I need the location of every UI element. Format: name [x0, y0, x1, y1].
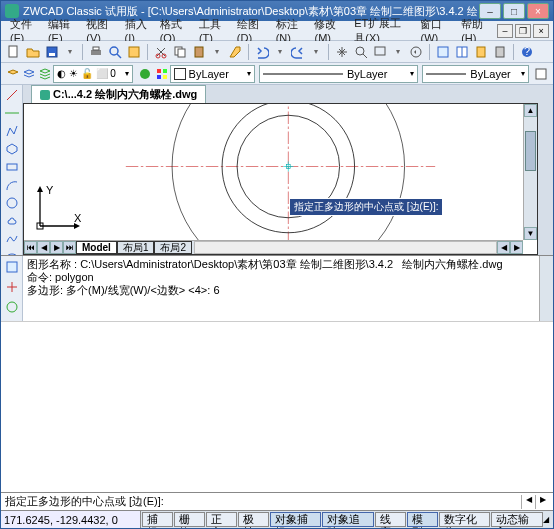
match-icon[interactable] [226, 43, 244, 61]
pline-icon[interactable] [3, 123, 21, 139]
model-toggle[interactable]: 模型 [407, 512, 438, 527]
layer2-icon[interactable] [21, 65, 37, 83]
polygon-icon[interactable] [3, 141, 21, 157]
lineweight-combo[interactable]: ByLayer▾ [422, 65, 529, 83]
cut-icon[interactable] [152, 43, 170, 61]
zoom-win-icon[interactable] [371, 43, 389, 61]
layer-combo[interactable]: ◐ ☀ 🔓 ⬜ 0▾ [53, 65, 133, 83]
arc-icon[interactable] [3, 177, 21, 193]
dynamic-tooltip: 指定正多边形的中心点或 [边(E)]: [289, 198, 443, 216]
layer-prev-icon[interactable] [137, 65, 153, 83]
hscroll-right-icon[interactable]: ▶ [510, 241, 523, 254]
lineweight-label: ByLayer [470, 68, 510, 80]
drawing-svg [24, 104, 537, 254]
dc-icon[interactable] [453, 43, 471, 61]
redo-dropdown[interactable]: ▾ [308, 47, 324, 56]
svg-point-35 [7, 198, 17, 208]
otrack-toggle[interactable]: 对象追踪 [322, 512, 374, 527]
cmd-scrollbar[interactable] [539, 256, 553, 321]
help-icon[interactable]: ? [518, 43, 536, 61]
circle-icon[interactable] [3, 195, 21, 211]
grid-toggle[interactable]: 栅格 [174, 512, 205, 527]
tab-last-icon[interactable]: ⏭ [63, 241, 76, 254]
pan-icon[interactable] [333, 43, 351, 61]
paste-icon[interactable] [190, 43, 208, 61]
close-button[interactable]: × [527, 3, 549, 19]
bycolor-icon[interactable] [533, 65, 549, 83]
scroll-up-icon[interactable]: ▲ [524, 104, 537, 117]
cmd-tool3-icon[interactable] [3, 298, 21, 316]
zoom-rt-icon[interactable] [352, 43, 370, 61]
svg-line-32 [7, 90, 17, 100]
spline-icon[interactable] [3, 231, 21, 247]
redo-icon[interactable] [289, 43, 307, 61]
svg-rect-4 [93, 47, 99, 50]
layer-icon[interactable] [5, 65, 21, 83]
cmd-scroll-left-icon[interactable]: ◀ [521, 495, 535, 509]
cmd-scroll-right-icon[interactable]: ▶ [535, 495, 549, 509]
ortho-toggle[interactable]: 正交 [206, 512, 237, 527]
mdi-close[interactable]: × [533, 24, 549, 38]
tablet-toggle[interactable]: 数字化仪 [439, 512, 491, 527]
line-icon[interactable] [3, 87, 21, 103]
cmd-tool2-icon[interactable] [3, 278, 21, 296]
osnap-toggle[interactable]: 对象捕捉 [270, 512, 322, 527]
paste-dropdown[interactable]: ▾ [209, 47, 225, 56]
svg-point-5 [110, 47, 118, 55]
rectangle-icon[interactable] [3, 159, 21, 175]
hscroll-left-icon[interactable]: ◀ [497, 241, 510, 254]
scroll-down-icon[interactable]: ▼ [524, 227, 537, 240]
preview-icon[interactable] [106, 43, 124, 61]
maximize-button[interactable]: □ [503, 3, 525, 19]
cmd-line3: 多边形: 多个(M)/线宽(W)/<边数> <4>: 6 [27, 284, 220, 296]
properties-bar: ◐ ☀ 🔓 ⬜ 0▾ ByLayer▾ ByLayer▾ ByLayer▾ [1, 63, 553, 85]
undo-dropdown[interactable]: ▾ [272, 47, 288, 56]
open-icon[interactable] [24, 43, 42, 61]
coord-display[interactable]: 171.6245, -129.4432, 0 [1, 511, 141, 528]
snap-toggle[interactable]: 捕捉 [142, 512, 173, 527]
color-icon[interactable] [153, 65, 169, 83]
revcloud-icon[interactable] [3, 213, 21, 229]
doc-tab-active[interactable]: C:\...4.2 绘制内六角螺栓.dwg [31, 85, 206, 103]
xline-icon[interactable] [3, 105, 21, 121]
mdi-restore[interactable]: ❐ [515, 24, 531, 38]
properties-icon[interactable] [434, 43, 452, 61]
mdi-minimize[interactable]: – [497, 24, 513, 38]
command-input[interactable] [168, 496, 521, 508]
save-dropdown[interactable]: ▾ [62, 47, 78, 56]
tab-next-icon[interactable]: ▶ [50, 241, 63, 254]
linetype-combo[interactable]: ByLayer▾ [259, 65, 418, 83]
layout1-tab[interactable]: 布局1 [117, 241, 155, 254]
cmd-tool1-icon[interactable] [3, 258, 21, 276]
doc-tabs: C:\...4.2 绘制内六角螺栓.dwg [23, 85, 553, 103]
polar-toggle[interactable]: 极轴 [238, 512, 269, 527]
tab-first-icon[interactable]: ⏮ [24, 241, 37, 254]
lwt-toggle[interactable]: 线宽 [375, 512, 406, 527]
svg-rect-21 [496, 47, 504, 57]
save-icon[interactable] [43, 43, 61, 61]
new-icon[interactable] [5, 43, 23, 61]
drawing-canvas[interactable]: 指定正多边形的中心点或 [边(E)]: Y X ▲ ▼ ⏮ ◀ ▶ ⏭ [23, 103, 538, 255]
model-tab[interactable]: Model [76, 241, 117, 254]
vertical-scrollbar[interactable]: ▲ ▼ [523, 104, 537, 240]
layer3-icon[interactable] [37, 65, 53, 83]
layout2-tab[interactable]: 布局2 [154, 241, 192, 254]
zoom-prev-icon[interactable] [407, 43, 425, 61]
undo-icon[interactable] [253, 43, 271, 61]
tab-prev-icon[interactable]: ◀ [37, 241, 50, 254]
hscroll-track[interactable] [194, 241, 497, 254]
tool-palette-icon[interactable] [472, 43, 490, 61]
command-input-row: 指定正多边形的中心点或 [边(E)]: ◀ ▶ [1, 492, 553, 510]
calc-icon[interactable] [491, 43, 509, 61]
print-icon[interactable] [87, 43, 105, 61]
dyn-toggle[interactable]: 动态输入 [491, 512, 543, 527]
zoom-dropdown[interactable]: ▾ [390, 47, 406, 56]
color-combo[interactable]: ByLayer▾ [170, 65, 255, 83]
publish-icon[interactable] [125, 43, 143, 61]
copy-icon[interactable] [171, 43, 189, 61]
svg-rect-2 [49, 53, 55, 56]
scroll-thumb[interactable] [525, 131, 536, 171]
resize-grip-icon[interactable]: ◢ [543, 515, 553, 524]
layout-tabs-scroll: ⏮ ◀ ▶ ⏭ Model 布局1 布局2 ◀ ▶ [24, 240, 523, 254]
command-text[interactable]: 图形名称 : C:\Users\Administrator\Desktop\素材… [23, 256, 539, 321]
